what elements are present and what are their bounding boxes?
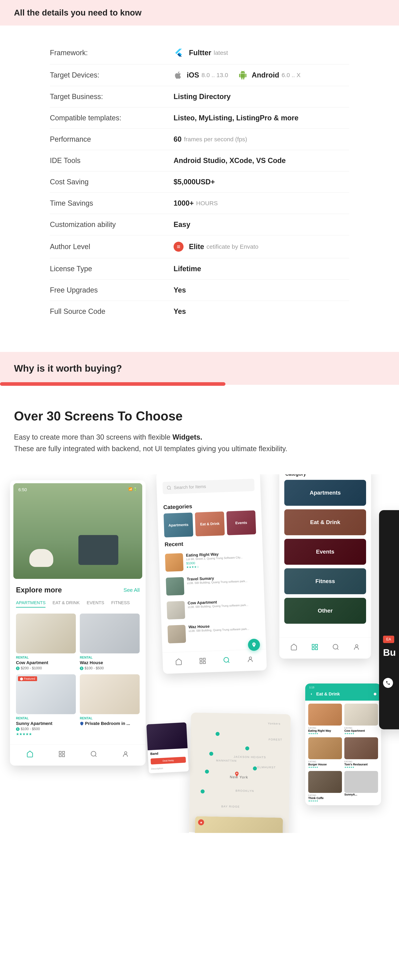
grid-icon[interactable]: [199, 657, 206, 665]
listing-label: RENTAL: [16, 717, 76, 720]
pin-icon: [251, 642, 257, 648]
listing-card[interactable]: RENTAL Cow Apartment $$200 - $1000: [16, 614, 76, 670]
category-tile-eat-drink[interactable]: Eat & Drink: [195, 512, 225, 536]
detail-label: Cost Saving: [50, 178, 174, 186]
detail-value: Easy: [174, 220, 349, 229]
detail-label: Free Upgrades: [50, 286, 174, 294]
dark-title: Bu: [383, 647, 399, 658]
grid-item[interactable]: EATING Burger House ★★★★★: [308, 737, 342, 768]
details-title: All the details you need to know: [14, 8, 385, 18]
see-all-link[interactable]: See All: [123, 587, 140, 593]
item-image: [344, 771, 378, 793]
grid-icon[interactable]: [311, 643, 318, 651]
tab-apartments[interactable]: APARTMENTS: [16, 600, 45, 608]
map-pin-icon[interactable]: [214, 731, 221, 737]
map-view[interactable]: Yonkers FOREST MANHATTAN JACKSON HEIGHTS…: [189, 713, 290, 833]
category-tile-apartments[interactable]: Apartments: [164, 512, 193, 538]
category-tile-other[interactable]: Other: [284, 598, 366, 624]
home-icon[interactable]: [26, 751, 34, 757]
listing-image: [80, 614, 140, 654]
band-card[interactable]: Band Deal Away Description: [147, 722, 189, 773]
map-pin-icon[interactable]: [244, 745, 251, 752]
listing-card[interactable]: ⬤ Featured RENTAL Sunny Apartment $$100 …: [16, 675, 76, 736]
recent-item[interactable]: Travel Sumary s138. SBI Building, Quang …: [160, 571, 264, 599]
recent-item[interactable]: Eating Right Way Lot 68, Street 2, Quang…: [159, 547, 263, 575]
android-label: Android: [252, 71, 279, 79]
more-icon[interactable]: [373, 692, 377, 696]
svg-rect-16: [315, 648, 318, 650]
back-icon[interactable]: [309, 692, 313, 696]
featured-badge: ⬤ Featured: [18, 676, 37, 681]
map-pin-icon[interactable]: [204, 768, 210, 775]
underline-decoration: [0, 382, 225, 386]
user-icon[interactable]: [353, 643, 360, 651]
map-pin-icon[interactable]: [252, 765, 258, 772]
map-pin-icon[interactable]: [234, 771, 240, 777]
tab-fitness[interactable]: FITNESS: [111, 600, 130, 608]
svg-point-25: [373, 693, 376, 695]
listing-name: Waz House: [80, 660, 140, 665]
grid-item[interactable]: EATING Think Coffe ★★★★★: [308, 771, 342, 802]
status-time: 1:13: [309, 686, 314, 689]
item-image: [344, 704, 378, 725]
listing-label: RENTAL: [80, 717, 140, 720]
search-input[interactable]: Search for Items: [163, 479, 255, 494]
user-icon[interactable]: [122, 751, 129, 757]
tab-eat-drink[interactable]: EAT & DRINK: [53, 600, 80, 608]
svg-point-19: [215, 732, 219, 736]
grid-icon[interactable]: [58, 751, 65, 757]
phone-mockup-categories: Category Apartments Eat & Drink Events F…: [279, 474, 371, 659]
filter-icon[interactable]: [366, 692, 370, 696]
item-image: [308, 704, 342, 725]
grid-item[interactable]: EATING Eating Right Way ★★★★★: [308, 704, 342, 735]
map-label: JACKSON HEIGHTS: [234, 755, 266, 759]
detail-value: Elite cetificate by Envato: [174, 242, 349, 252]
recent-item[interactable]: Cow Apartment s138. SBI Building, Quang …: [161, 595, 265, 623]
grid-item[interactable]: SunnyA...: [344, 771, 378, 802]
phone-mockup-map: Yonkers FOREST MANHATTAN JACKSON HEIGHTS…: [188, 713, 291, 833]
user-icon[interactable]: [247, 655, 254, 663]
detail-value: Lifetime: [174, 265, 349, 273]
dark-content: EA Bu: [379, 510, 399, 729]
home-icon[interactable]: [175, 658, 182, 665]
detail-value: 60 frames per second (fps): [174, 135, 349, 143]
category-badge: EA: [383, 636, 394, 643]
map-pin-icon[interactable]: [200, 789, 206, 795]
map-result-card[interactable]: ★ Burger House $5 - $50 ★★★★★: [194, 816, 283, 833]
mockups-container: 6:50 📶 🔋 Explore more See All APARTMENTS…: [0, 474, 399, 833]
category-tile-events[interactable]: Events: [226, 510, 256, 535]
category-tile-apartments[interactable]: Apartments: [284, 480, 366, 506]
svg-point-24: [253, 766, 257, 770]
detail-row-business: Target Business: Listing Directory: [50, 86, 349, 107]
grid-item[interactable]: EATING Cow Apartment ★★★★★: [344, 704, 378, 735]
category-tile-events[interactable]: Events: [284, 539, 366, 565]
grid-item[interactable]: EATING Tom's Restaurant ★★★★★: [344, 737, 378, 768]
search-placeholder: Search for Items: [174, 484, 206, 490]
detail-label: License Type: [50, 265, 174, 273]
detail-label: Full Source Code: [50, 307, 174, 316]
search-icon[interactable]: [90, 751, 97, 757]
results-grid: EATING Eating Right Way ★★★★★ EATING Cow…: [305, 701, 381, 805]
screens-description: Easy to create more than 30 screens with…: [14, 431, 385, 454]
listing-name: Private Bedroom in ...: [80, 721, 140, 726]
svg-rect-7: [200, 659, 202, 660]
svg-rect-9: [200, 662, 202, 664]
detail-value: iOS 8.0 .. 13.0 Android 6.0 .. X: [174, 71, 349, 80]
home-icon[interactable]: [290, 643, 297, 651]
phone-icon[interactable]: [383, 678, 393, 688]
detail-row-license: License Type Lifetime: [50, 258, 349, 280]
map-pin-icon[interactable]: [208, 751, 214, 757]
listing-card[interactable]: RENTAL Private Bedroom in ...: [80, 675, 140, 736]
detail-row-templates: Compatible templates: Listeo, MyListing,…: [50, 107, 349, 129]
category-tile-eat-drink[interactable]: Eat & Drink: [284, 509, 366, 535]
category-tile-fitness[interactable]: Fitness: [284, 568, 366, 594]
search-icon[interactable]: [223, 656, 230, 664]
recent-thumbnail: [166, 577, 184, 596]
details-table: Framework: Fultter latest Target Devices…: [50, 41, 349, 322]
why-title: Why is it worth buying?: [14, 363, 385, 374]
listing-card[interactable]: RENTAL Waz House $$100 - $500: [80, 614, 140, 670]
tab-events[interactable]: EVENTS: [86, 600, 104, 608]
search-icon[interactable]: [332, 643, 339, 651]
map-label: BROOKLYN: [236, 789, 254, 793]
detail-value: Yes: [174, 286, 349, 294]
